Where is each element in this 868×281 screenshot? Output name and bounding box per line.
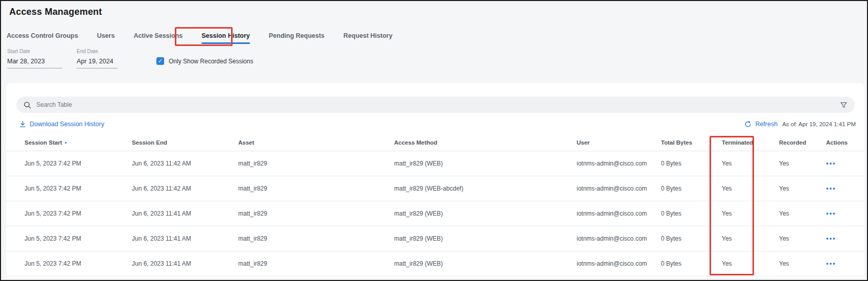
filter-funnel-icon[interactable] — [840, 101, 848, 109]
column-header-access-method[interactable]: Access Method — [394, 134, 577, 151]
table-row: Jun 5, 2023 7:42 PM Jun 6, 2023 11:41 AM… — [6, 201, 864, 226]
cell-session-end: Jun 6, 2023 11:41 AM — [132, 251, 238, 276]
column-header-asset[interactable]: Asset — [238, 134, 394, 151]
cell-access-method: matt_ir829 (WEB) — [394, 151, 577, 176]
column-header-terminated[interactable]: Terminated — [722, 134, 779, 151]
cell-session-start: Jun 5, 2023 7:42 PM — [6, 176, 132, 201]
column-header-session-end[interactable]: Session End — [132, 134, 238, 151]
cell-asset: matt_ir829 — [238, 251, 394, 276]
cell-recorded: Yes — [779, 176, 826, 201]
row-actions-menu-button[interactable]: ••• — [826, 260, 836, 267]
cell-total-bytes: 0 Bytes — [661, 251, 722, 276]
cell-total-bytes: 0 Bytes — [661, 176, 722, 201]
start-date-input[interactable] — [7, 57, 62, 68]
column-header-user[interactable]: User — [577, 134, 661, 151]
session-history-table: Session Start▾ Session End Asset Access … — [6, 134, 864, 276]
end-date-field: End Date — [77, 49, 118, 68]
download-link-label: Download Session History — [30, 121, 104, 128]
cell-terminated: Yes — [722, 226, 779, 251]
tab-pending-requests[interactable]: Pending Requests — [269, 29, 325, 45]
cell-session-start: Jun 5, 2023 7:42 PM — [6, 151, 132, 176]
cell-access-method: matt_ir829 (WEB-abcdef) — [394, 176, 577, 201]
row-actions-menu-button[interactable]: ••• — [826, 235, 836, 242]
session-history-card: Download Session History Refresh As of: … — [6, 83, 864, 278]
session-start-header-label: Session Start — [25, 139, 62, 146]
row-actions-menu-button[interactable]: ••• — [826, 160, 836, 167]
column-header-recorded[interactable]: Recorded — [779, 134, 826, 151]
cell-asset: matt_ir829 — [238, 201, 394, 226]
cell-terminated: Yes — [722, 151, 779, 176]
end-date-input[interactable] — [77, 57, 118, 68]
cell-terminated: Yes — [722, 251, 779, 276]
column-header-session-start[interactable]: Session Start▾ — [6, 134, 132, 151]
cell-terminated: Yes — [722, 176, 779, 201]
cell-session-end: Jun 6, 2023 11:42 AM — [132, 176, 238, 201]
cell-access-method: matt_ir829 (WEB) — [394, 201, 577, 226]
cell-user: iotnms-admin@cisco.com — [577, 151, 661, 176]
active-tab-underline — [201, 42, 249, 44]
cell-asset: matt_ir829 — [238, 151, 394, 176]
table-row: Jun 5, 2023 7:42 PM Jun 6, 2023 11:41 AM… — [6, 226, 864, 251]
cell-total-bytes: 0 Bytes — [661, 201, 722, 226]
cell-access-method: matt_ir829 (WEB) — [394, 226, 577, 251]
download-session-history-link[interactable]: Download Session History — [19, 121, 104, 128]
table-row: Jun 5, 2023 7:42 PM Jun 6, 2023 11:42 AM… — [6, 176, 864, 201]
cell-asset: matt_ir829 — [238, 176, 394, 201]
download-icon — [19, 121, 26, 128]
cell-session-start: Jun 5, 2023 7:42 PM — [6, 251, 132, 276]
table-toolbar: Download Session History Refresh As of: … — [19, 119, 856, 129]
cell-total-bytes: 0 Bytes — [661, 151, 722, 176]
table-row: Jun 5, 2023 7:42 PM Jun 6, 2023 11:41 AM… — [6, 251, 864, 276]
recorded-sessions-checkbox-row[interactable]: ✓ Only Show Recorded Sessions — [156, 57, 253, 65]
cell-total-bytes: 0 Bytes — [661, 226, 722, 251]
as-of-timestamp: As of: Apr 19, 2024 1:41 PM — [782, 121, 856, 127]
cell-session-end: Jun 6, 2023 11:41 AM — [132, 201, 238, 226]
cell-user: iotnms-admin@cisco.com — [577, 201, 661, 226]
table-row: Jun 5, 2023 7:42 PM Jun 6, 2023 11:42 AM… — [6, 151, 864, 176]
tab-session-history-label: Session History — [201, 32, 249, 39]
tab-active-sessions[interactable]: Active Sessions — [133, 29, 182, 45]
page-title: Access Management — [9, 7, 102, 17]
cell-access-method: matt_ir829 (WEB) — [394, 251, 577, 276]
search-icon — [24, 101, 31, 109]
cell-session-end: Jun 6, 2023 11:41 AM — [132, 226, 238, 251]
cell-recorded: Yes — [779, 226, 826, 251]
cell-recorded: Yes — [779, 201, 826, 226]
cell-session-start: Jun 5, 2023 7:42 PM — [6, 201, 132, 226]
start-date-field: Start Date — [7, 49, 62, 68]
refresh-icon — [744, 121, 751, 128]
cell-user: iotnms-admin@cisco.com — [577, 251, 661, 276]
tab-users[interactable]: Users — [97, 29, 115, 45]
cell-session-start: Jun 5, 2023 7:42 PM — [6, 226, 132, 251]
checkbox-checked-icon[interactable]: ✓ — [156, 57, 164, 65]
table-header-row: Session Start▾ Session End Asset Access … — [6, 134, 864, 151]
cell-recorded: Yes — [779, 151, 826, 176]
row-actions-menu-button[interactable]: ••• — [826, 185, 836, 192]
start-date-label: Start Date — [7, 49, 62, 54]
sort-desc-icon[interactable]: ▾ — [65, 140, 67, 145]
cell-session-end: Jun 6, 2023 11:42 AM — [132, 151, 238, 176]
tab-request-history[interactable]: Request History — [344, 29, 393, 45]
tab-session-history[interactable]: Session History — [201, 29, 249, 45]
cell-terminated: Yes — [722, 201, 779, 226]
cell-user: iotnms-admin@cisco.com — [577, 226, 661, 251]
column-header-total-bytes[interactable]: Total Bytes — [661, 134, 722, 151]
end-date-label: End Date — [77, 49, 118, 54]
cell-user: iotnms-admin@cisco.com — [577, 176, 661, 201]
tab-bar: Access Control Groups Users Active Sessi… — [7, 29, 857, 45]
refresh-group: Refresh As of: Apr 19, 2024 1:41 PM — [744, 121, 856, 128]
filter-bar: Start Date End Date ✓ Only Show Recorded… — [7, 49, 253, 68]
refresh-link-label: Refresh — [755, 121, 778, 128]
tab-access-control-groups[interactable]: Access Control Groups — [7, 29, 78, 45]
cell-asset: matt_ir829 — [238, 226, 394, 251]
refresh-link[interactable]: Refresh — [744, 121, 778, 128]
column-header-actions: Actions — [826, 134, 864, 151]
search-input[interactable] — [36, 101, 840, 108]
recorded-sessions-checkbox-label: Only Show Recorded Sessions — [169, 58, 253, 65]
table-search-bar[interactable] — [16, 97, 855, 113]
row-actions-menu-button[interactable]: ••• — [826, 210, 836, 217]
cell-recorded: Yes — [779, 251, 826, 276]
